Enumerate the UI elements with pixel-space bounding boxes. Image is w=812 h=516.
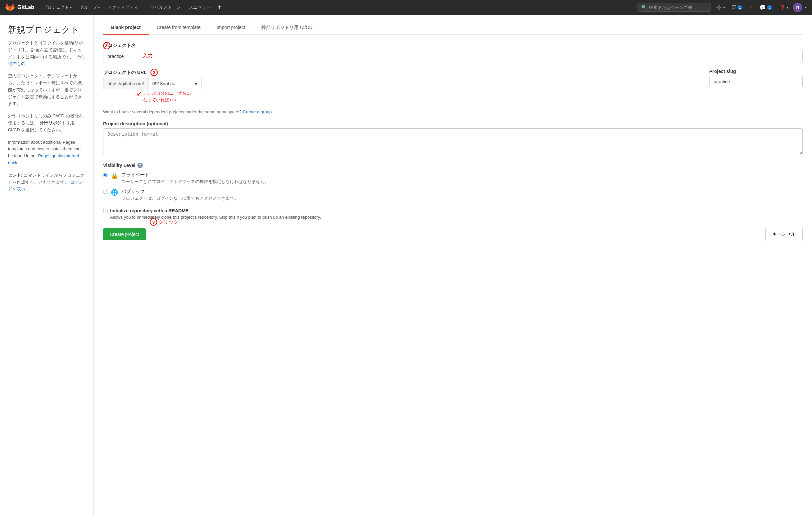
slug-section: Project slug [709,69,803,87]
public-radio[interactable] [103,190,108,194]
readme-label[interactable]: Initialize repository with a README [110,208,189,213]
navbar: GitLab プロジェクト ▾ グループ ▾ アクティビティー マイルストーン … [0,0,812,15]
private-label-group: プライベート ユーザーごとにプロジェクトアクセスの権限を指定しなければなりません… [121,172,269,185]
readme-label-group: Initialize repository with a README Allo… [110,208,321,220]
nav-snippets[interactable]: スニペット [185,3,214,12]
nav-groups[interactable]: グループ ▾ [77,3,103,12]
visibility-help-icon[interactable]: ? [138,163,143,168]
visibility-header: Visibility Level ? [103,163,803,168]
tab-external-cicd[interactable]: 外部リポジトリ用 CI/CD [253,21,321,35]
sidebar-hint: ヒント: コマンドラインからプロジェクトを作成することもできます。 コマンドを表… [8,172,85,193]
private-desc: ユーザーごとにプロジェクトアクセスの権限を指定しなければなりません。 [121,179,269,185]
search-bar[interactable]: 🔍 [638,3,711,12]
nav-activity[interactable]: アクティビティー [105,3,146,12]
form-actions: Create project 3 クリック ← キャンセル [103,227,803,241]
project-name-label: プロジェクト名 [103,43,803,49]
main-content: Blank project Create from template Impor… [93,15,812,516]
private-label: プライベート [121,172,269,178]
avatar-dropdown-icon: ▾ [805,6,807,9]
description-textarea[interactable] [103,128,803,155]
url-namespace-select[interactable]: 0918nobita ▾ [148,78,202,89]
url-slug-row: プロジェクトの URL 2 https://gitlab.com/ 0918no… [103,69,803,107]
logo-text: GitLab [17,4,34,10]
project-url-section: プロジェクトの URL 2 https://gitlab.com/ 0918no… [103,69,803,114]
sidebar-para1: プロジェクトとはファイルを格納(リポジトリ)し、計画を立て(課題)、ドキュメント… [8,40,85,67]
description-label: Project description (optional) [103,121,803,126]
private-option: 🔒 プライベート ユーザーごとにプロジェクトアクセスの権限を指定しなければなりま… [103,172,803,185]
private-radio[interactable] [103,173,108,177]
gitlab-logo[interactable]: GitLab [5,3,34,12]
public-desc: プロジェクトは、ログインなしに誰でもアクセスできます。 [121,195,238,201]
new-project-form: プロジェクト名 1 ← 入力 [103,43,803,241]
namespace-value: 0918nobita [152,81,175,86]
visibility-section: Visibility Level ? 🔒 プライベート ユーザーごとにプロジェク… [103,163,803,201]
url-label: プロジェクトの URL 2 [103,69,704,76]
sidebar: 新規プロジェクト プロジェクトとはファイルを格納(リポジトリ)し、計画を立て(課… [0,15,93,516]
merge-btn[interactable]: ⑂ [747,3,755,12]
url-row: https://gitlab.com/ 0918nobita ▾ [103,78,704,89]
slug-label: Project slug [709,69,803,74]
globe-icon: 🌐 [111,189,118,196]
public-label-group: パブリック プロジェクトは、ログインなしに誰でもアクセスできます。 [121,189,238,201]
help-btn[interactable]: ❓ ▾ [777,3,790,12]
namespace-chevron: ▾ [195,81,197,86]
navbar-right: 🔍 ➕ ▾ ☑ 1 ⑂ 💬 1 ❓ ▾ N ▾ [638,3,807,12]
nav-milestones[interactable]: マイルストーン [147,3,184,12]
sidebar-para2: 空のプロジェクト、テンプレートから、またはインポート時にすべての機能が有効になっ… [8,73,85,107]
lock-icon: 🔒 [111,172,118,179]
create-project-button[interactable]: Create project [103,228,146,240]
project-name-input[interactable] [103,51,803,62]
tab-import-project[interactable]: Import project [208,21,253,35]
readme-section: Initialize repository with a README Allo… [103,208,803,220]
create-group-link[interactable]: Create a group. [243,109,273,114]
page-title: 新規プロジェクト [8,24,85,36]
url-left: プロジェクトの URL 2 https://gitlab.com/ 0918no… [103,69,704,107]
description-section: Project description (optional) [103,121,803,156]
page-container: 新規プロジェクト プロジェクトとはファイルを格納(リポジトリ)し、計画を立て(課… [0,15,812,516]
tab-blank-project[interactable]: Blank project [103,21,149,35]
url-prefix: https://gitlab.com/ [103,78,148,89]
sidebar-para3: 外部リポジトリにのみ CI/CD の機能を使用するには、 外部リポジトリ用 CI… [8,113,85,133]
project-name-section: プロジェクト名 1 ← 入力 [103,43,803,62]
readme-checkbox[interactable] [103,209,108,213]
sidebar-para4: Information about additional Pages templ… [8,139,85,167]
main-nav: プロジェクト ▾ グループ ▾ アクティビティー マイルストーン スニペット ⬆ [40,3,224,12]
cancel-button[interactable]: キャンセル [765,227,803,241]
project-slug-input[interactable] [709,76,803,87]
search-icon: 🔍 [641,5,647,10]
annotation-arrow-2: ↙ [137,90,142,97]
issues-btn[interactable]: 💬 1 [757,3,774,12]
nav-upload-btn[interactable]: ⬆ [215,3,224,12]
todo-btn[interactable]: ☑ 1 [730,3,745,12]
annotation-text-2: ここが自分のユーザ名に なっていれば OK [143,90,191,103]
avatar[interactable]: N [793,3,802,12]
public-option: 🌐 パブリック プロジェクトは、ログインなしに誰でもアクセスできます。 [103,189,803,201]
tab-create-from-template[interactable]: Create from template [149,21,209,35]
readme-row: Initialize repository with a README Allo… [103,208,803,220]
readme-desc: Allows you to immediately clone this pro… [110,215,321,220]
annotation-circle-2: 2 [150,70,158,75]
plus-btn[interactable]: ➕ ▾ [714,3,727,12]
public-label: パブリック [121,189,238,195]
namespace-hint: Want to house several dependent projects… [103,109,803,114]
search-input[interactable] [649,5,707,10]
tab-bar: Blank project Create from template Impor… [103,21,803,35]
nav-projects[interactable]: プロジェクト ▾ [40,3,75,12]
